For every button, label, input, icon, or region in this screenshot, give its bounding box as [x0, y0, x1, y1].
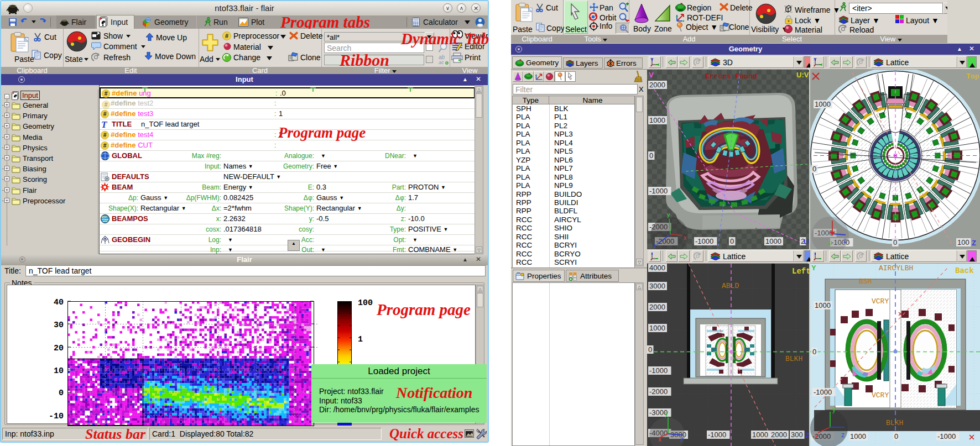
svg-text:#: #	[103, 132, 107, 138]
svg-text:VCRY: VCRY	[872, 297, 889, 306]
svg-text:Z: Z	[805, 431, 809, 439]
svg-text:40: 40	[54, 298, 64, 307]
svg-text:y: y	[667, 211, 670, 218]
svg-text:3000: 3000	[649, 282, 665, 290]
svg-text:2000: 2000	[771, 431, 787, 439]
svg-text:ac: ac	[439, 60, 444, 65]
svg-text:-1000: -1000	[649, 366, 668, 375]
svg-text:T: T	[101, 120, 107, 129]
svg-text:ABLD: ABLD	[722, 282, 739, 290]
svg-text:Z: Z	[972, 239, 976, 247]
svg-text:V: V	[649, 71, 654, 79]
svg-text:BSH: BSH	[859, 277, 872, 286]
svg-text:-10: -10	[49, 412, 64, 421]
svg-text:0: 0	[812, 165, 816, 173]
svg-text:0: 0	[649, 151, 653, 160]
svg-text:0: 0	[894, 432, 898, 440]
svg-text:0: 0	[893, 238, 897, 246]
svg-text:z: z	[843, 237, 847, 244]
svg-text:100: 100	[957, 238, 969, 246]
svg-text:1000: 1000	[850, 432, 866, 440]
svg-text:1: 1	[358, 335, 363, 344]
svg-text:VCRY: VCRY	[872, 391, 889, 400]
svg-text:Back: Back	[955, 266, 974, 275]
svg-text:-2000: -2000	[649, 387, 668, 396]
svg-text:z: z	[654, 242, 657, 249]
svg-text:-1000: -1000	[814, 388, 832, 396]
svg-text:0: 0	[59, 389, 64, 398]
svg-text:U: U	[804, 238, 809, 246]
svg-text:20: 20	[54, 344, 64, 353]
svg-text:#: #	[103, 111, 107, 117]
svg-text:y: y	[665, 410, 668, 417]
svg-text:BLKH: BLKH	[785, 355, 802, 363]
svg-text:-1000: -1000	[695, 237, 713, 245]
svg-text:300: 300	[791, 431, 803, 439]
svg-text:-1000: -1000	[708, 431, 726, 439]
svg-text:0: 0	[730, 237, 734, 245]
svg-text:30: 30	[54, 321, 64, 330]
svg-text:#: #	[105, 102, 108, 108]
svg-text:2000: 2000	[649, 303, 665, 311]
svg-text:1000: 1000	[765, 237, 781, 245]
svg-text:x: x	[815, 432, 818, 440]
svg-text:0: 0	[812, 348, 816, 356]
svg-text:Top: Top	[966, 72, 979, 81]
svg-text:Y: Y	[811, 264, 816, 272]
svg-text:100: 100	[358, 298, 373, 308]
svg-text:U:V: U:V	[796, 71, 809, 79]
svg-text:#: #	[105, 91, 108, 97]
svg-text:Errors Found: Errors Found	[705, 72, 757, 81]
svg-text:-1000: -1000	[937, 432, 956, 440]
svg-text:4000: 4000	[649, 264, 665, 272]
svg-text:AIRCYLBH: AIRCYLBH	[879, 264, 913, 272]
svg-text:y: y	[832, 406, 836, 413]
svg-text:u: u	[828, 239, 832, 246]
svg-text:10: 10	[54, 366, 64, 376]
svg-text:1000: 1000	[752, 431, 768, 439]
svg-text:1000: 1000	[815, 301, 831, 309]
svg-text:-1000: -1000	[649, 187, 668, 195]
svg-text:#: #	[225, 33, 228, 39]
svg-text:1000: 1000	[815, 100, 831, 108]
svg-text:Left: Left	[792, 267, 809, 276]
svg-text:BLKH: BLKH	[886, 419, 903, 427]
svg-text:x: x	[658, 435, 661, 443]
svg-text:z: z	[680, 435, 684, 443]
svg-text:1000: 1000	[649, 324, 665, 332]
svg-text:2000: 2000	[649, 81, 665, 89]
svg-text:x: x	[684, 234, 687, 241]
svg-text:#: #	[103, 143, 107, 149]
svg-text:0: 0	[648, 345, 652, 354]
svg-text:z: z	[841, 431, 845, 439]
svg-text:1000: 1000	[649, 116, 665, 124]
